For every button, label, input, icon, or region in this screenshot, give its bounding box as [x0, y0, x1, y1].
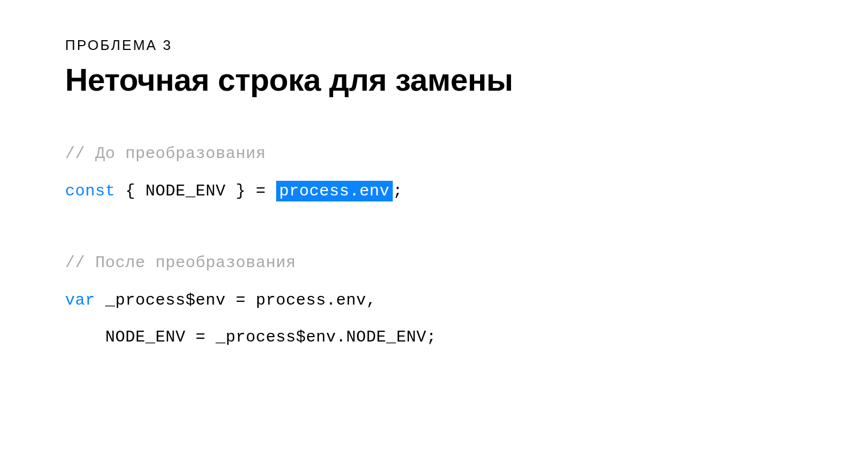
code-comment-after: // После преобразования: [65, 250, 803, 276]
code-after-line2: NODE_ENV = _process$env.NODE_ENV;: [65, 325, 803, 350]
code-block: // До преобразования const { NODE_ENV } …: [65, 141, 803, 350]
slide-title: Неточная строка для замены: [65, 61, 803, 98]
code-after-line1: var _process$env = process.env,: [65, 288, 803, 313]
eyebrow-label: ПРОБЛЕМА 3: [65, 37, 803, 54]
code-gap: [65, 216, 803, 250]
code-comment-before: // До преобразования: [65, 141, 803, 167]
highlighted-token: process.env: [276, 181, 393, 201]
slide-content: ПРОБЛЕМА 3 Неточная строка для замены //…: [0, 0, 868, 350]
code-before-line1: const { NODE_ENV } = process.env;: [65, 179, 803, 204]
